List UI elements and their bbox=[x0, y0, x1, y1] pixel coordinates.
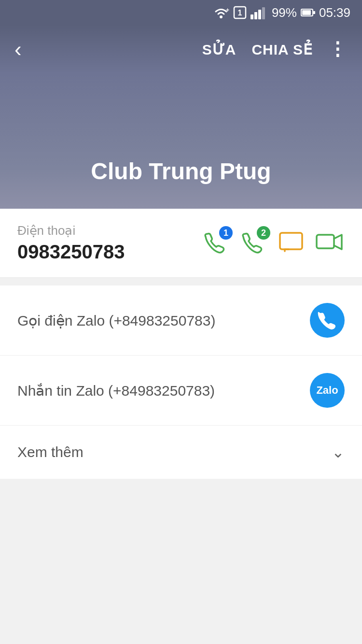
sim-icon: 1 bbox=[233, 6, 247, 19]
app-header: ‹ SỬA CHIA SẺ ⋮ bbox=[0, 25, 362, 73]
back-button[interactable]: ‹ bbox=[14, 39, 22, 60]
signal-icon bbox=[251, 6, 268, 19]
svg-text:1: 1 bbox=[237, 9, 242, 17]
zalo-message-icon: Zalo bbox=[310, 373, 345, 408]
more-button[interactable]: ⋮ bbox=[328, 44, 348, 55]
svg-rect-5 bbox=[254, 12, 257, 19]
svg-text:+: + bbox=[226, 7, 229, 14]
svg-rect-12 bbox=[317, 235, 334, 248]
phone-label: Điện thoại bbox=[17, 223, 125, 238]
contact-name: Club Trung Ptug bbox=[91, 158, 271, 185]
zalo-phone-icon bbox=[318, 311, 337, 330]
svg-rect-7 bbox=[262, 7, 265, 19]
status-icons: + 1 99% 05:39 bbox=[213, 5, 350, 20]
call-sim2-button[interactable]: 2 bbox=[240, 230, 266, 256]
svg-rect-9 bbox=[302, 10, 311, 15]
phone-info: Điện thoại 0983250783 bbox=[17, 223, 125, 263]
zalo-call-text: Gọi điện Zalo (+84983250783) bbox=[17, 312, 215, 329]
content-area: Điện thoại 0983250783 1 2 bbox=[0, 209, 362, 479]
svg-rect-4 bbox=[251, 14, 253, 19]
status-bar: + 1 99% 05:39 bbox=[0, 0, 362, 25]
see-more-item[interactable]: Xem thêm ⌄ bbox=[0, 426, 362, 479]
battery-text: 99% bbox=[272, 5, 297, 20]
zalo-call-item[interactable]: Gọi điện Zalo (+84983250783) bbox=[0, 286, 362, 356]
header-actions: SỬA CHIA SẺ ⋮ bbox=[202, 41, 348, 58]
video-call-icon bbox=[316, 232, 345, 254]
message-button[interactable] bbox=[278, 231, 304, 255]
svg-rect-10 bbox=[313, 11, 315, 14]
svg-rect-11 bbox=[280, 233, 302, 249]
battery-icon bbox=[301, 8, 315, 17]
phone-section: Điện thoại 0983250783 1 2 bbox=[0, 209, 362, 278]
phone-number: 0983250783 bbox=[17, 241, 125, 263]
chevron-down-icon: ⌄ bbox=[332, 443, 345, 461]
wifi-icon: + bbox=[213, 6, 229, 19]
message-icon bbox=[278, 231, 304, 255]
phone-actions: 1 2 bbox=[203, 230, 345, 256]
zalo-logo-text: Zalo bbox=[316, 384, 338, 397]
time-text: 05:39 bbox=[319, 5, 350, 20]
zalo-call-icon bbox=[310, 303, 345, 338]
svg-rect-6 bbox=[258, 10, 261, 19]
call-sim1-button[interactable]: 1 bbox=[203, 230, 229, 256]
share-button[interactable]: CHIA SẺ bbox=[251, 41, 313, 58]
video-call-button[interactable] bbox=[316, 232, 345, 254]
edit-button[interactable]: SỬA bbox=[202, 41, 237, 58]
zalo-message-text: Nhắn tin Zalo (+84983250783) bbox=[17, 382, 215, 399]
sim1-badge: 1 bbox=[219, 226, 233, 240]
zalo-message-item[interactable]: Nhắn tin Zalo (+84983250783) Zalo bbox=[0, 356, 362, 426]
see-more-text: Xem thêm bbox=[17, 444, 84, 460]
sim2-badge: 2 bbox=[257, 226, 270, 240]
contact-hero: Club Trung Ptug bbox=[0, 73, 362, 209]
svg-point-0 bbox=[220, 15, 223, 18]
divider1 bbox=[0, 278, 362, 286]
